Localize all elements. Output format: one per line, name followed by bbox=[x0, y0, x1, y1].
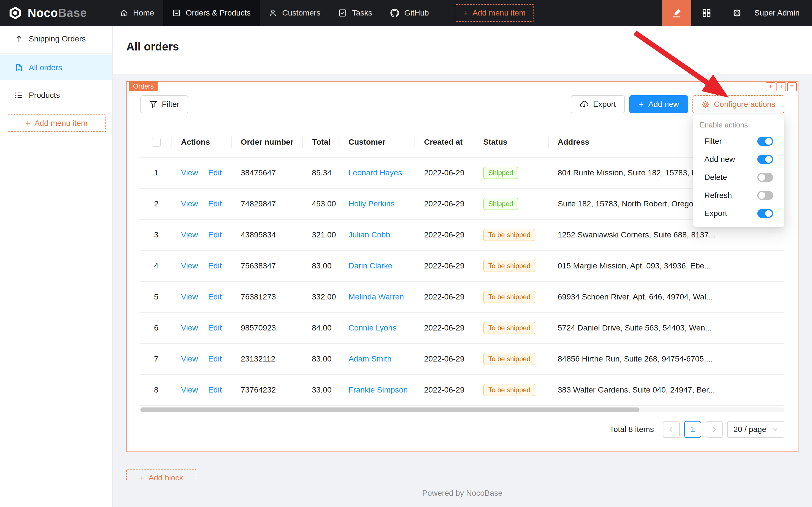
actions-cell: ViewEdit bbox=[172, 219, 232, 250]
order-number-cell: 76381273 bbox=[232, 281, 303, 313]
sidebar-item-all-orders[interactable]: All orders bbox=[0, 55, 112, 80]
ui-editor-button[interactable] bbox=[662, 0, 691, 26]
column-header-actions: Actions bbox=[172, 127, 232, 157]
block-add-icon-2[interactable]: + bbox=[776, 82, 786, 91]
view-link[interactable]: View bbox=[181, 386, 198, 394]
configure-actions-button[interactable]: Configure actions bbox=[692, 95, 785, 113]
view-link[interactable]: View bbox=[181, 200, 198, 208]
customer-cell: Holly Perkins bbox=[340, 188, 415, 219]
add-block-button[interactable]: + Add block bbox=[126, 469, 196, 480]
horizontal-scrollbar-thumb[interactable] bbox=[140, 407, 639, 412]
view-link[interactable]: View bbox=[181, 354, 198, 363]
enable-action-filter[interactable]: Filter bbox=[693, 132, 785, 150]
toggle-export[interactable] bbox=[757, 209, 773, 218]
filter-button[interactable]: Filter bbox=[140, 95, 188, 113]
edit-link[interactable]: Edit bbox=[208, 354, 222, 363]
enable-action-delete[interactable]: Delete bbox=[693, 168, 785, 186]
nav-item-orders-products[interactable]: Orders & Products bbox=[163, 0, 260, 26]
user-menu[interactable]: Super Admin bbox=[754, 8, 800, 17]
toggle-filter[interactable] bbox=[757, 137, 773, 146]
topbar-right: Super Admin bbox=[662, 0, 812, 26]
sidebar-add-menu-item-button[interactable]: + Add menu item bbox=[7, 114, 106, 132]
pagination-page-1-button[interactable]: 1 bbox=[684, 421, 701, 438]
actions-cell: ViewEdit bbox=[172, 281, 232, 313]
edit-link[interactable]: Edit bbox=[208, 292, 222, 301]
nocobase-logo[interactable]: NocoBase bbox=[8, 6, 111, 20]
edit-link[interactable]: Edit bbox=[208, 230, 222, 239]
view-link[interactable]: View bbox=[181, 324, 198, 332]
edit-link[interactable]: Edit bbox=[208, 386, 222, 394]
orders-file-icon bbox=[15, 63, 23, 72]
customer-cell: Melinda Warren bbox=[340, 281, 415, 313]
edit-link[interactable]: Edit bbox=[208, 324, 222, 332]
block-menu-icon[interactable]: ≡ bbox=[787, 82, 797, 91]
customer-link[interactable]: Melinda Warren bbox=[348, 292, 404, 301]
actions-cell: ViewEdit bbox=[172, 343, 232, 375]
customer-link[interactable]: Adam Smith bbox=[348, 354, 392, 363]
nav-item-tasks[interactable]: Tasks bbox=[329, 0, 381, 26]
chevron-left-icon bbox=[668, 426, 675, 433]
status-badge: To be shipped bbox=[483, 229, 535, 241]
nav-item-github[interactable]: GitHub bbox=[381, 0, 438, 26]
view-link[interactable]: View bbox=[181, 292, 198, 301]
pagination-next-button[interactable] bbox=[706, 421, 722, 438]
customer-link[interactable]: Darin Clarke bbox=[348, 262, 393, 270]
actions-cell: ViewEdit bbox=[172, 250, 232, 281]
toggle-delete[interactable] bbox=[757, 173, 773, 182]
nav-item-home[interactable]: Home bbox=[111, 0, 163, 26]
actions-cell: ViewEdit bbox=[172, 157, 232, 188]
created-at-cell: 2022-06-29 bbox=[415, 157, 474, 188]
table-toolbar: Filter Export + Add new bbox=[140, 95, 785, 113]
edit-link[interactable]: Edit bbox=[208, 200, 222, 208]
enable-action-add-new[interactable]: Add new bbox=[693, 150, 785, 168]
total-cell: 33.00 bbox=[303, 375, 340, 405]
total-cell: 83.00 bbox=[303, 343, 340, 375]
customer-link[interactable]: Holly Perkins bbox=[348, 200, 395, 208]
table-row: 8ViewEdit7376423233.00Frankie Simpson202… bbox=[140, 375, 785, 405]
block-designer-toolbar: + + ≡ bbox=[766, 82, 797, 91]
edit-link[interactable]: Edit bbox=[208, 262, 222, 270]
sidebar-item-products[interactable]: Products bbox=[0, 83, 112, 108]
select-all-header-cell bbox=[140, 127, 172, 157]
filter-icon bbox=[150, 100, 157, 108]
toggle-add-new[interactable] bbox=[757, 155, 773, 164]
address-cell: 383 Walter Gardens, Suite 040, 24947, Be… bbox=[549, 375, 785, 405]
customer-link[interactable]: Connie Lyons bbox=[348, 324, 396, 332]
view-link[interactable]: View bbox=[181, 168, 198, 177]
customer-cell: Connie Lyons bbox=[340, 313, 415, 343]
nav-item-customers[interactable]: Customers bbox=[260, 0, 329, 26]
actions-cell: ViewEdit bbox=[172, 375, 232, 405]
view-link[interactable]: View bbox=[181, 262, 198, 270]
nav-item-label: Tasks bbox=[352, 8, 372, 17]
actions-cell: ViewEdit bbox=[172, 188, 232, 219]
nav-item-label: Customers bbox=[282, 8, 320, 17]
main-area: All orders Orders + + ≡ Filter bbox=[113, 26, 812, 507]
add-new-button[interactable]: + Add new bbox=[629, 95, 688, 113]
enable-action-export[interactable]: Export bbox=[693, 205, 785, 222]
sidebar-menu: Shipping OrdersAll ordersProducts bbox=[0, 26, 112, 108]
plus-icon: + bbox=[638, 100, 644, 109]
status-cell: To be shipped bbox=[474, 250, 549, 281]
settings-button[interactable] bbox=[722, 0, 752, 26]
sidebar-item-shipping-orders[interactable]: Shipping Orders bbox=[0, 26, 112, 51]
enable-action-refresh[interactable]: Refresh bbox=[693, 186, 785, 205]
row-index-cell: 5 bbox=[140, 281, 172, 313]
export-button[interactable]: Export bbox=[571, 95, 625, 113]
plugins-grid-button[interactable] bbox=[691, 0, 722, 26]
customer-link[interactable]: Julian Cobb bbox=[348, 230, 390, 239]
block-designer-tag: Orders bbox=[129, 81, 158, 91]
page-size-select[interactable]: 20 / page bbox=[727, 421, 785, 438]
block-add-icon[interactable]: + bbox=[766, 82, 775, 91]
toggle-refresh[interactable] bbox=[757, 191, 773, 200]
select-all-checkbox[interactable] bbox=[152, 137, 161, 147]
app-root: NocoBase HomeOrders & ProductsCustomersT… bbox=[0, 0, 812, 507]
sidebar-divider bbox=[0, 53, 112, 54]
pagination-prev-button[interactable] bbox=[663, 421, 680, 438]
header-add-menu-item-button[interactable]: + Add menu item bbox=[455, 4, 534, 22]
customer-link[interactable]: Frankie Simpson bbox=[348, 386, 408, 394]
customer-link[interactable]: Leonard Hayes bbox=[348, 168, 402, 177]
export-icon bbox=[580, 100, 589, 109]
edit-link[interactable]: Edit bbox=[208, 168, 222, 177]
view-link[interactable]: View bbox=[181, 230, 198, 239]
order-number-cell: 43895834 bbox=[232, 219, 303, 250]
